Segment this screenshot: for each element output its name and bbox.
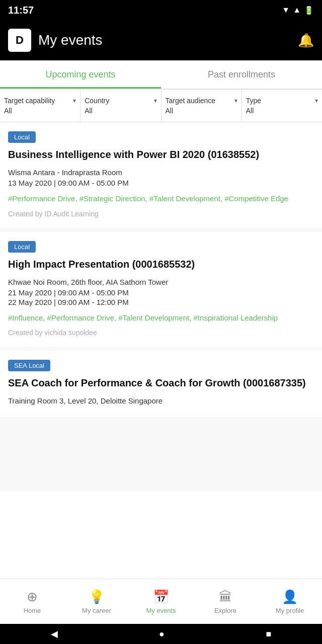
event-date-2: 22 May 2020 | 09:00 AM - 12:00 PM bbox=[8, 298, 314, 306]
event-title: High Impact Presentation (0001685532) bbox=[8, 258, 314, 271]
signal-icon: ▲ bbox=[293, 6, 301, 15]
event-card[interactable]: Local High Impact Presentation (00016855… bbox=[0, 232, 322, 347]
event-tags: #Influence, #Performance Drive, #Talent … bbox=[8, 312, 314, 324]
event-location: Khwae Noi Room, 26th floor, AIA Sathorn … bbox=[8, 278, 314, 286]
tab-upcoming-events[interactable]: Upcoming events bbox=[0, 60, 161, 89]
chevron-down-icon: ▾ bbox=[234, 97, 237, 104]
event-card[interactable]: Local Business Intelligence with Power B… bbox=[0, 122, 322, 228]
filter-type-label: Type bbox=[246, 97, 261, 105]
event-title: Business Intelligence with Power BI 2020… bbox=[8, 148, 314, 161]
event-location: Training Room 3, Level 20, Deloitte Sing… bbox=[8, 396, 314, 405]
top-bar-left: D My events bbox=[8, 29, 103, 52]
back-button[interactable]: ◀ bbox=[51, 628, 58, 639]
nav-item-my-career[interactable]: 💡 My career bbox=[64, 579, 129, 624]
event-card[interactable]: SEA Local SEA Coach for Performance & Co… bbox=[0, 351, 322, 417]
nav-profile-label: My profile bbox=[276, 607, 304, 614]
filter-target-capability-value: All bbox=[4, 107, 76, 115]
nav-explore-label: Explore bbox=[214, 607, 236, 614]
tab-past-enrollments[interactable]: Past enrollments bbox=[161, 60, 322, 89]
events-list: Local Business Intelligence with Power B… bbox=[0, 122, 322, 492]
filters-bar: Target capability ▾ All Country ▾ All Ta… bbox=[0, 90, 322, 122]
nav-events-label: My events bbox=[146, 607, 176, 614]
chevron-down-icon: ▾ bbox=[73, 97, 76, 104]
event-tags: #Performance Drive, #Strategic Direction… bbox=[8, 193, 314, 205]
nav-item-my-profile[interactable]: 👤 My profile bbox=[258, 579, 322, 624]
event-badge: Local bbox=[8, 131, 36, 143]
event-badge: Local bbox=[8, 241, 36, 253]
nav-career-label: My career bbox=[82, 607, 111, 614]
filter-type[interactable]: Type ▾ All bbox=[242, 90, 322, 122]
filter-target-audience[interactable]: Target audience ▾ All bbox=[162, 90, 242, 122]
nav-item-home[interactable]: ⊕ Home bbox=[0, 579, 64, 624]
nav-home-label: Home bbox=[24, 607, 41, 614]
filter-country-value: All bbox=[85, 107, 156, 115]
chevron-down-icon: ▾ bbox=[154, 97, 157, 104]
page-title: My events bbox=[38, 32, 103, 48]
tabs-bar: Upcoming events Past enrollments bbox=[0, 60, 322, 90]
filter-target-capability-label: Target capability bbox=[4, 97, 55, 105]
filter-type-value: All bbox=[246, 107, 318, 115]
filter-country-label: Country bbox=[85, 97, 109, 105]
filter-target-capability[interactable]: Target capability ▾ All bbox=[0, 90, 80, 122]
top-bar: D My events 🔔 bbox=[0, 20, 322, 60]
wifi-icon: ▼ bbox=[282, 6, 290, 15]
nav-item-explore[interactable]: 🏛 Explore bbox=[193, 579, 258, 624]
chevron-down-icon: ▾ bbox=[315, 97, 318, 104]
event-creator: Created by ID Audit Learning bbox=[8, 210, 314, 218]
event-date-1: 21 May 2020 | 09:00 AM - 05:00 PM bbox=[8, 288, 314, 297]
event-location: Wisma Antara - Indraprasta Room bbox=[8, 168, 314, 177]
explore-icon: 🏛 bbox=[219, 589, 232, 605]
events-icon: 📅 bbox=[153, 589, 169, 605]
nav-item-my-events[interactable]: 📅 My events bbox=[129, 579, 193, 624]
notification-bell-icon[interactable]: 🔔 bbox=[298, 33, 314, 48]
filter-target-audience-value: All bbox=[166, 107, 237, 115]
recents-button[interactable]: ■ bbox=[266, 629, 271, 639]
home-icon: ⊕ bbox=[27, 589, 38, 605]
home-button[interactable]: ● bbox=[159, 629, 165, 639]
event-badge: SEA Local bbox=[8, 360, 50, 371]
filter-country[interactable]: Country ▾ All bbox=[80, 90, 161, 122]
logo: D bbox=[8, 29, 31, 52]
profile-icon: 👤 bbox=[282, 589, 298, 605]
event-creator: Created by vichida supoldee bbox=[8, 329, 314, 337]
status-time: 11:57 bbox=[8, 5, 34, 16]
system-nav-bar: ◀ ● ■ bbox=[0, 624, 322, 644]
filter-target-audience-label: Target audience bbox=[166, 97, 216, 105]
bottom-nav: ⊕ Home 💡 My career 📅 My events 🏛 Explore… bbox=[0, 579, 322, 624]
event-date: 13 May 2020 | 09:00 AM - 05:00 PM bbox=[8, 179, 314, 187]
event-title: SEA Coach for Performance & Coach for Gr… bbox=[8, 376, 314, 389]
battery-icon: 🔋 bbox=[304, 6, 314, 15]
status-icons: ▼ ▲ 🔋 bbox=[282, 6, 314, 15]
status-bar: 11:57 ▼ ▲ 🔋 bbox=[0, 0, 322, 20]
career-icon: 💡 bbox=[89, 589, 105, 605]
